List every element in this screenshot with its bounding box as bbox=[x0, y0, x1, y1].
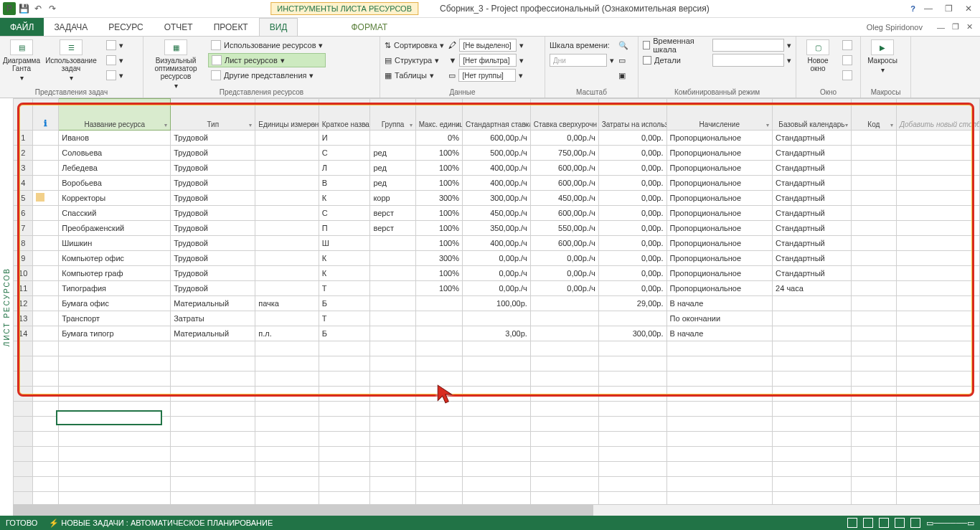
table-row[interactable]: 8ШишкинТрудовойШ100%400,00р./ч600,00р./ч… bbox=[14, 236, 980, 251]
resource-usage-icon bbox=[211, 40, 221, 50]
new-window-icon: ▢ bbox=[806, 39, 829, 55]
calendar-button[interactable]: ▾ bbox=[103, 53, 126, 67]
table-row[interactable]: 4ВоробьеваТрудовойВред100%400,00р./ч600,… bbox=[14, 176, 980, 191]
table-row[interactable] bbox=[14, 387, 980, 402]
other-res-views-icon bbox=[211, 70, 221, 80]
table-row[interactable]: 2СоловьеваТрудовойСред100%500,00р./ч750,… bbox=[14, 146, 980, 161]
zoom-in-icon[interactable]: 🔍 bbox=[618, 38, 628, 52]
col-header[interactable]: Название ресурса▾ bbox=[59, 99, 171, 131]
group-resource-views: Представления ресурсов bbox=[143, 88, 380, 96]
table-row[interactable]: 9Компьютер офисТрудовойК300%0,00р./ч0,00… bbox=[14, 251, 980, 266]
table-row[interactable] bbox=[14, 372, 980, 387]
resource-usage-button[interactable]: Использование ресурсов ▾ bbox=[208, 38, 326, 52]
table-row[interactable] bbox=[14, 417, 980, 432]
view-report-icon[interactable] bbox=[910, 518, 920, 528]
struct-button[interactable]: ▤Структура ▾ bbox=[385, 53, 444, 67]
zoom-all-icon[interactable]: ▣ bbox=[618, 68, 628, 82]
table-row[interactable]: 12Бумага офисМатериальныйпачкаБ100,00р.2… bbox=[14, 296, 980, 311]
col-header[interactable] bbox=[14, 99, 33, 131]
close-icon[interactable]: ✕ bbox=[961, 4, 976, 14]
col-header[interactable]: Код▾ bbox=[851, 99, 896, 131]
view-sheet-icon[interactable] bbox=[879, 518, 889, 528]
table-row[interactable] bbox=[14, 341, 980, 356]
timeline-select[interactable]: ▾ bbox=[712, 38, 791, 52]
details-select[interactable]: ▾ bbox=[712, 53, 791, 67]
minimize-icon[interactable]: — bbox=[921, 4, 936, 14]
highlight-select[interactable]: 🖍[Не выделено]▾ bbox=[448, 38, 524, 52]
col-header[interactable]: ℹ bbox=[33, 99, 59, 131]
timeline-checkbox[interactable]: Временная шкала bbox=[643, 38, 708, 52]
filter-select[interactable]: ▼[Нет фильтра]▾ bbox=[448, 53, 524, 67]
col-header[interactable]: Группа▾ bbox=[370, 99, 415, 131]
table-row[interactable] bbox=[14, 402, 980, 417]
win-minimize-icon[interactable]: — bbox=[937, 23, 945, 32]
view-team-icon[interactable] bbox=[895, 518, 905, 528]
table-row[interactable]: 7ПреображенскийТрудовойПверст100%350,00р… bbox=[14, 221, 980, 236]
gantt-icon: ▤ bbox=[10, 39, 33, 55]
table-row[interactable]: 1ИвановТрудовойИ0%600,00р./ч0,00р./ч0,00… bbox=[14, 131, 980, 146]
details-checkbox[interactable]: Детали bbox=[643, 53, 708, 67]
col-header[interactable]: Ставка сверхурочн▾ bbox=[530, 99, 598, 131]
col-header[interactable]: Макс. единиц▾ bbox=[415, 99, 462, 131]
table-row[interactable]: 5КорректорыТрудовойКкорр300%300,00р./ч45… bbox=[14, 191, 980, 206]
table-row[interactable] bbox=[14, 432, 980, 447]
task-usage-button[interactable]: ☰Использование задач▾ bbox=[43, 38, 99, 82]
group-select[interactable]: ▭[Нет группы]▾ bbox=[448, 68, 524, 82]
horizontal-scrollbar[interactable] bbox=[13, 504, 980, 516]
tables-button[interactable]: ▦Таблицы ▾ bbox=[385, 68, 444, 82]
tab-format[interactable]: ФОРМАТ bbox=[341, 18, 398, 36]
win-restore-icon[interactable]: ❐ bbox=[952, 22, 959, 32]
hide-icon[interactable] bbox=[839, 53, 855, 67]
col-header[interactable]: Тип▾ bbox=[171, 99, 255, 131]
other-resource-views-button[interactable]: Другие представления ▾ bbox=[208, 68, 326, 82]
other-task-views-button[interactable]: ▾ bbox=[103, 68, 126, 82]
split-icon[interactable] bbox=[839, 68, 855, 82]
tab-resource[interactable]: РЕСУРС bbox=[98, 18, 154, 36]
col-header[interactable]: Единицы измерения материалов▾ bbox=[255, 99, 319, 131]
sort-button[interactable]: ⇅Сортировка ▾ bbox=[385, 38, 444, 52]
restore-icon[interactable]: ❐ bbox=[941, 4, 956, 14]
tab-file[interactable]: ФАЙЛ bbox=[0, 18, 44, 36]
visual-optimizer-button[interactable]: ▦Визуальный оптимизатор ресурсов▾ bbox=[148, 38, 204, 90]
table-row[interactable]: 6СпасскийТрудовойСверст100%450,00р./ч600… bbox=[14, 206, 980, 221]
new-window-button[interactable]: ▢Новое окно bbox=[801, 38, 835, 72]
help-icon[interactable]: ? bbox=[910, 4, 915, 13]
user-name[interactable]: Oleg Spiridonov bbox=[867, 23, 923, 32]
visual-optimizer-label: Визуальный оптимизатор ресурсов bbox=[148, 57, 204, 80]
view-usage-icon[interactable] bbox=[863, 518, 873, 528]
qa-redo-icon[interactable]: ↷ bbox=[46, 2, 59, 15]
col-header[interactable]: Краткое названи▾ bbox=[319, 99, 370, 131]
win-close-icon[interactable]: ✕ bbox=[966, 22, 973, 32]
gantt-button[interactable]: ▤Диаграмма Ганта▾ bbox=[4, 38, 39, 82]
table-row[interactable]: 13ТранспортЗатратыТПо окончании bbox=[14, 311, 980, 326]
status-auto[interactable]: ⚡ НОВЫЕ ЗАДАЧИ : АВТОМАТИЧЕСКОЕ ПЛАНИРОВ… bbox=[49, 519, 273, 528]
table-row[interactable]: 3ЛебедеваТрудовойЛред100%400,00р./ч600,0… bbox=[14, 161, 980, 176]
resource-sheet-button[interactable]: Лист ресурсов ▾ bbox=[208, 53, 326, 67]
macros-button[interactable]: ▶Макросы▾ bbox=[865, 38, 900, 74]
col-header[interactable]: Начисление▾ bbox=[666, 99, 773, 131]
tab-report[interactable]: ОТЧЕТ bbox=[154, 18, 204, 36]
table-row[interactable] bbox=[14, 462, 980, 477]
table-row[interactable]: 10Компьютер графТрудовойК100%0,00р./ч0,0… bbox=[14, 266, 980, 281]
arrange-icon[interactable] bbox=[839, 38, 855, 52]
zoom-selected-icon[interactable]: ▭ bbox=[618, 53, 628, 67]
tab-project[interactable]: ПРОЕКТ bbox=[204, 18, 259, 36]
col-header[interactable]: Стандартная ставка▾ bbox=[463, 99, 531, 131]
table-row[interactable] bbox=[14, 356, 980, 372]
table-row[interactable] bbox=[14, 447, 980, 462]
zoom-slider[interactable]: ▭──────▭ bbox=[926, 519, 974, 528]
col-header[interactable]: Затраты на использ.▾ bbox=[598, 99, 666, 131]
table-row[interactable] bbox=[14, 477, 980, 492]
table-row[interactable]: 11ТипографияТрудовойТ100%0,00р./ч0,00р./… bbox=[14, 281, 980, 296]
network-diagram-button[interactable]: ▾ bbox=[103, 38, 126, 52]
timescale-select[interactable]: Дни▾ bbox=[550, 53, 614, 67]
col-header[interactable]: Добавить новый столбец bbox=[896, 99, 979, 131]
tab-view[interactable]: ВИД bbox=[259, 18, 298, 36]
qa-undo-icon[interactable]: ↶ bbox=[32, 2, 44, 15]
qa-save-icon[interactable]: 💾 bbox=[17, 2, 30, 15]
resource-sheet[interactable]: ℹНазвание ресурса▾Тип▾Единицы измерения … bbox=[13, 98, 980, 516]
col-header[interactable]: Базовый календарь▾ bbox=[773, 99, 852, 131]
table-row[interactable]: 14Бумага типогрМатериальныйп.л.Б3,00р.30… bbox=[14, 326, 980, 341]
tab-task[interactable]: ЗАДАЧА bbox=[44, 18, 98, 36]
view-gantt-icon[interactable] bbox=[847, 518, 857, 528]
